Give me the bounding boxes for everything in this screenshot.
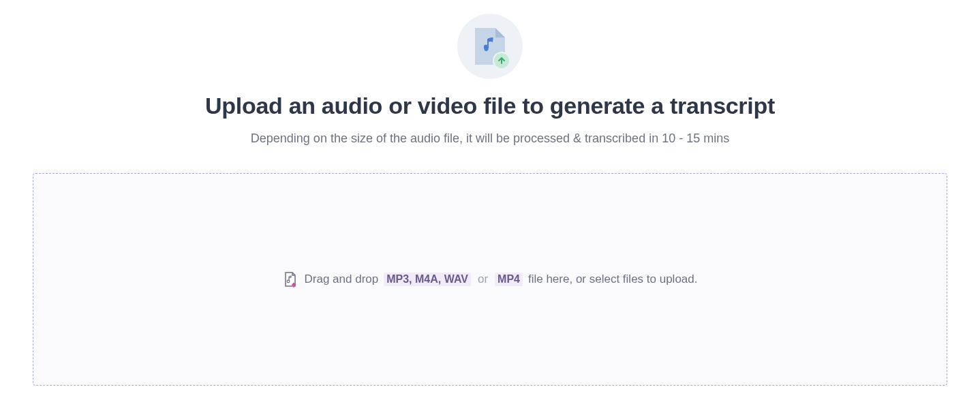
audio-formats-badge: MP3, M4A, WAV bbox=[384, 273, 471, 286]
upload-arrow-icon bbox=[493, 52, 510, 69]
file-upload-icon bbox=[283, 271, 298, 288]
dropzone-drag-suffix: file here, or select files to upload. bbox=[528, 273, 698, 286]
file-dropzone[interactable]: Drag and drop MP3, M4A, WAV or MP4 file … bbox=[33, 173, 947, 386]
svg-point-2 bbox=[287, 280, 290, 283]
music-note-icon bbox=[484, 37, 496, 52]
page-subtitle: Depending on the size of the audio file,… bbox=[251, 131, 729, 146]
dropzone-or: or bbox=[478, 273, 488, 286]
page-title: Upload an audio or video file to generat… bbox=[205, 93, 775, 119]
hero-icon-container bbox=[457, 14, 523, 79]
dropzone-drag-prefix: Drag and drop bbox=[305, 273, 379, 286]
dropzone-content: Drag and drop MP3, M4A, WAV or MP4 file … bbox=[283, 271, 698, 288]
video-formats-badge: MP4 bbox=[495, 273, 523, 286]
